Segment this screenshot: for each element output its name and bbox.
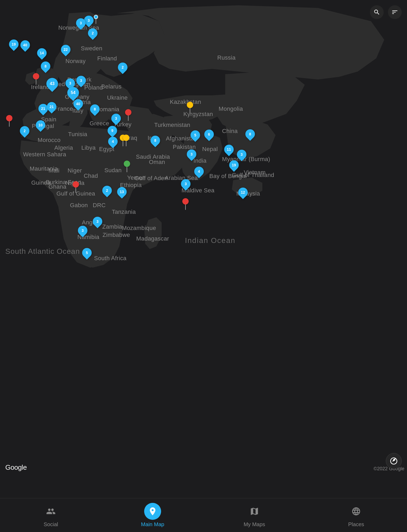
pin-3-angola[interactable]: 3: [93, 217, 102, 226]
red-pin-ireland[interactable]: [33, 73, 39, 85]
map-svg: [0, 0, 407, 498]
yellow-pin-kyrgyz[interactable]: [187, 102, 193, 113]
main-map-label: Main Map: [141, 521, 164, 527]
pin-14[interactable]: 14: [37, 48, 47, 58]
nav-item-social[interactable]: Social: [0, 503, 102, 527]
search-icon: [373, 9, 380, 16]
pin-21-spain2[interactable]: 21: [47, 102, 56, 112]
nav-item-my-maps[interactable]: My Maps: [204, 503, 305, 527]
nav-item-places[interactable]: Places: [305, 503, 407, 527]
social-icon-wrapper: [42, 503, 59, 520]
places-label: Places: [348, 521, 364, 527]
pin-3-namibia[interactable]: 3: [78, 226, 87, 235]
pin-2-sweden[interactable]: 2: [88, 28, 98, 38]
pin-3-poland[interactable]: 3: [76, 76, 86, 85]
pin-19-thailand[interactable]: 19: [229, 160, 239, 170]
compass-button[interactable]: [386, 453, 402, 469]
pin-3-norway2[interactable]: 3: [76, 18, 86, 28]
red-pin-spain[interactable]: [6, 115, 12, 127]
nav-bar: Social Main Map My Maps Places: [0, 498, 407, 532]
nav-item-main-map[interactable]: Main Map: [102, 503, 204, 527]
red-pin-indian-ocean[interactable]: [182, 198, 189, 210]
map-container[interactable]: Norwegian Sea Russia Sweden Finland Norw…: [0, 0, 407, 498]
pin-2-morocco[interactable]: 2: [20, 126, 29, 136]
yellow-pin-eg2[interactable]: [123, 135, 129, 146]
globe-icon: [351, 507, 361, 516]
pin-21-spain[interactable]: 21: [38, 104, 48, 113]
search-button[interactable]: [370, 5, 384, 19]
filter-button[interactable]: [388, 5, 402, 19]
compass-icon: [390, 457, 398, 465]
pin-43-uk[interactable]: 43: [46, 78, 58, 90]
pin-10[interactable]: 10: [36, 120, 45, 130]
pin-5-south-africa[interactable]: 5: [82, 248, 92, 258]
pin-9-egypt[interactable]: 9: [108, 126, 117, 135]
green-pin-dj[interactable]: [124, 161, 130, 172]
pin-4-egypt[interactable]: 4: [108, 137, 118, 146]
pin-8-uk[interactable]: 8: [41, 61, 50, 71]
places-icon-wrapper: [348, 503, 365, 520]
pin-3-india2[interactable]: 3: [187, 149, 196, 159]
pin-12-malaysia[interactable]: 12: [238, 188, 248, 197]
cyan-teardrop-pin[interactable]: [94, 15, 98, 24]
pin-54-austria[interactable]: 54: [67, 87, 79, 99]
pin-3-turkey[interactable]: 3: [111, 114, 121, 123]
pin-2-finland[interactable]: 2: [118, 63, 127, 72]
pin-2-drc[interactable]: 2: [102, 186, 112, 195]
pin-5-india[interactable]: 5: [191, 130, 200, 140]
main-map-icon-wrapper: [144, 503, 161, 520]
google-logo: Google: [5, 463, 27, 472]
pin-11-myanmar[interactable]: 11: [224, 145, 234, 154]
pin-4-maldives[interactable]: 4: [194, 167, 204, 176]
pin-40-italy[interactable]: 40: [73, 99, 83, 109]
filter-icon: [391, 9, 398, 16]
red-pin-turkey[interactable]: [125, 109, 131, 121]
toolbar: [370, 5, 402, 19]
pin-19-iceland[interactable]: 19: [9, 39, 19, 49]
pin-40-iceland[interactable]: 40: [20, 40, 30, 50]
pin-3-thailand[interactable]: 3: [237, 150, 246, 159]
red-pin-nigeria[interactable]: [73, 181, 79, 193]
social-icon: [46, 507, 56, 516]
map-pin-icon: [148, 507, 157, 516]
map-icon: [250, 507, 259, 516]
my-maps-icon-wrapper: [246, 503, 263, 520]
pin-3-maldive-sea[interactable]: 3: [181, 179, 191, 189]
pin-8-greece[interactable]: 8: [90, 104, 100, 114]
pin-8-vietnam[interactable]: 8: [245, 129, 255, 139]
pin-6-nepal[interactable]: 6: [204, 130, 214, 139]
my-maps-label: My Maps: [244, 521, 265, 527]
pin-8-pakistan[interactable]: 8: [151, 136, 160, 145]
pin-13-tanzania[interactable]: 13: [117, 187, 127, 197]
social-label: Social: [44, 521, 58, 527]
pin-22-norway[interactable]: 22: [61, 45, 70, 54]
